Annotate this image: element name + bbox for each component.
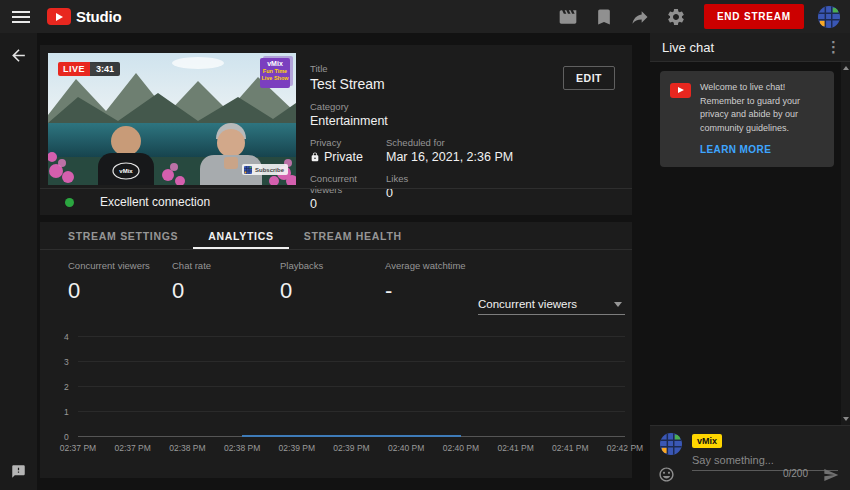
tab-stream-health[interactable]: STREAM HEALTH (289, 222, 417, 249)
scheduled-label: Scheduled for (386, 137, 513, 148)
vmix-show-logo: vMix Fun Time Live Show (260, 58, 290, 88)
youtube-play-icon (670, 83, 691, 98)
metric-concurrent-viewers: Concurrent viewers0 (68, 260, 172, 304)
stream-info-panel: vMix LIVE 3:41 vMix Fun Time Live Show S… (40, 45, 632, 215)
edit-button[interactable]: EDIT (563, 66, 615, 90)
chart-plot: 01234 (78, 337, 625, 437)
chat-input-area: vMix 0/200 (650, 425, 850, 490)
tab-stream-settings[interactable]: STREAM SETTINGS (53, 222, 193, 249)
scroll-up-icon[interactable] (843, 66, 849, 70)
subscribe-watermark[interactable]: Subscribe (242, 164, 288, 175)
user-avatar (660, 433, 682, 455)
chat-scrollbar[interactable] (841, 62, 850, 425)
shirt-logo-text: vMix (119, 168, 133, 174)
chat-message-input[interactable] (692, 450, 838, 471)
metrics-row: Concurrent viewers0 Chat rate0 Playbacks… (68, 260, 535, 304)
title-label: Title (310, 63, 562, 74)
subscribe-label: Subscribe (255, 167, 284, 173)
welcome-text: Welcome to live chat! Remember to guard … (700, 81, 824, 135)
watermark-avatar (244, 166, 252, 174)
privacy-value: Private (310, 150, 386, 164)
bookmark-icon[interactable] (594, 7, 614, 27)
character-counter: 0/200 (783, 468, 808, 479)
chat-message-list: Welcome to live chat! Remember to guard … (650, 62, 850, 425)
likes-label: Likes (386, 173, 408, 184)
stream-title: Test Stream (310, 76, 562, 92)
chat-title: Live chat (662, 40, 817, 55)
menu-icon[interactable] (12, 11, 30, 23)
privacy-label: Privacy (310, 137, 386, 148)
chat-welcome-message: Welcome to live chat! Remember to guard … (660, 71, 834, 167)
tab-analytics[interactable]: ANALYTICS (193, 222, 288, 249)
share-icon[interactable] (630, 7, 650, 27)
youtube-studio-logo[interactable]: Studio (47, 8, 121, 25)
stream-duration: 3:41 (90, 62, 120, 76)
back-arrow-icon[interactable] (9, 46, 28, 65)
connection-status-text: Excellent connection (100, 195, 210, 209)
stream-category: Entertainment (310, 114, 562, 128)
connection-status-row: Excellent connection (40, 188, 632, 215)
connection-status-dot (65, 198, 74, 207)
chart-metric-dropdown[interactable]: Concurrent viewers (478, 294, 625, 315)
metric-playbacks: Playbacks0 (280, 260, 385, 304)
youtube-studio-live-dashboard: Studio END STREAM (0, 0, 850, 490)
youtube-play-icon (47, 8, 71, 25)
tab-bar: STREAM SETTINGS ANALYTICS STREAM HEALTH (40, 222, 632, 250)
live-badge: LIVE (58, 62, 90, 76)
top-bar: Studio END STREAM (0, 0, 850, 33)
chat-header: Live chat ⋮ (650, 33, 850, 62)
send-icon[interactable] (822, 467, 840, 483)
metric-chat-rate: Chat rate0 (172, 260, 280, 304)
stream-preview-player[interactable]: vMix LIVE 3:41 vMix Fun Time Live Show S… (48, 53, 296, 185)
learn-more-link[interactable]: LEARN MORE (700, 144, 771, 155)
live-chat-panel: Live chat ⋮ Welcome to live chat! Rememb… (650, 33, 850, 490)
settings-gear-icon[interactable] (666, 7, 686, 27)
left-rail (0, 33, 37, 490)
movie-icon[interactable] (558, 7, 578, 27)
scheduled-value: Mar 16, 2021, 2:36 PM (386, 150, 513, 164)
category-label: Category (310, 101, 562, 112)
chevron-down-icon (614, 302, 622, 307)
username-badge: vMix (692, 434, 722, 448)
emoji-icon[interactable] (658, 466, 675, 483)
feedback-icon[interactable] (11, 464, 26, 479)
kebab-menu-icon[interactable]: ⋮ (817, 38, 850, 56)
end-stream-button[interactable]: END STREAM (704, 4, 804, 29)
chart-x-labels: 02:37 PM02:37 PM02:38 PM02:38 PM02:39 PM… (78, 443, 625, 455)
lock-icon (310, 152, 320, 162)
channel-avatar[interactable] (818, 6, 840, 28)
scroll-down-icon[interactable] (843, 417, 849, 421)
brand-text: Studio (76, 8, 121, 25)
analytics-panel: STREAM SETTINGS ANALYTICS STREAM HEALTH … (40, 222, 632, 478)
